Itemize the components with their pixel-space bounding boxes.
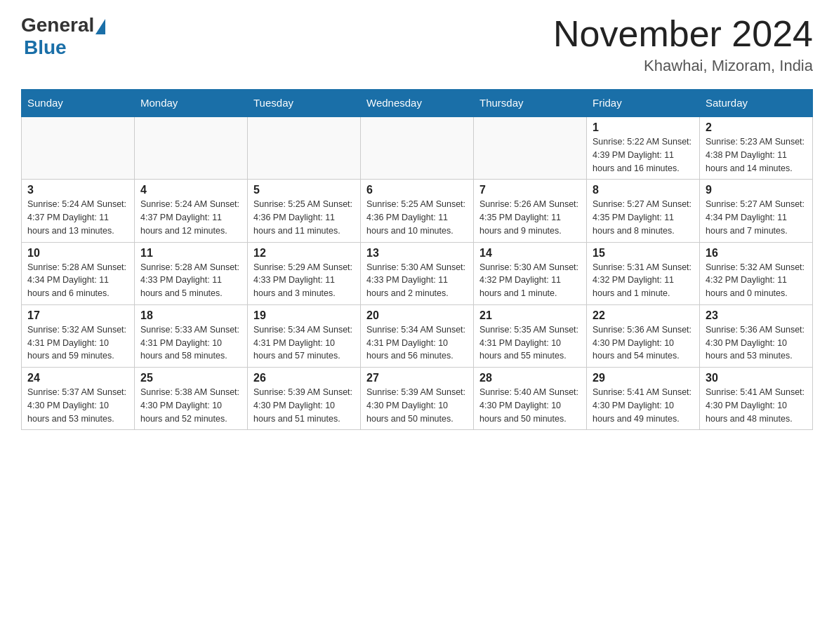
day-number: 11: [140, 247, 241, 260]
calendar-header-friday: Friday: [587, 90, 700, 117]
month-title: November 2024: [553, 14, 813, 54]
calendar-cell: 12Sunrise: 5:29 AM Sunset: 4:33 PM Dayli…: [248, 242, 361, 304]
day-info: Sunrise: 5:31 AM Sunset: 4:32 PM Dayligh…: [593, 261, 694, 300]
calendar-cell: 24Sunrise: 5:37 AM Sunset: 4:30 PM Dayli…: [22, 368, 135, 430]
location-title: Khawhai, Mizoram, India: [553, 57, 813, 75]
calendar-cell: 23Sunrise: 5:36 AM Sunset: 4:30 PM Dayli…: [700, 304, 813, 367]
day-info: Sunrise: 5:33 AM Sunset: 4:31 PM Dayligh…: [140, 323, 241, 363]
logo-general-text: General: [21, 14, 94, 36]
day-number: 20: [366, 309, 468, 322]
day-info: Sunrise: 5:39 AM Sunset: 4:30 PM Dayligh…: [366, 386, 468, 425]
day-number: 10: [27, 247, 128, 260]
calendar-cell: [474, 116, 587, 180]
day-info: Sunrise: 5:34 AM Sunset: 4:31 PM Dayligh…: [366, 323, 468, 363]
calendar-cell: 30Sunrise: 5:41 AM Sunset: 4:30 PM Dayli…: [700, 368, 813, 430]
day-info: Sunrise: 5:26 AM Sunset: 4:35 PM Dayligh…: [479, 198, 581, 237]
day-number: 9: [706, 184, 807, 196]
calendar-cell: 1Sunrise: 5:22 AM Sunset: 4:39 PM Daylig…: [587, 116, 700, 180]
day-info: Sunrise: 5:27 AM Sunset: 4:34 PM Dayligh…: [706, 198, 807, 237]
day-info: Sunrise: 5:28 AM Sunset: 4:34 PM Dayligh…: [27, 261, 128, 300]
day-number: 7: [479, 184, 581, 196]
calendar-header-monday: Monday: [135, 90, 248, 117]
day-number: 30: [706, 372, 807, 384]
calendar-table: SundayMondayTuesdayWednesdayThursdayFrid…: [21, 89, 813, 430]
day-info: Sunrise: 5:34 AM Sunset: 4:31 PM Dayligh…: [253, 323, 355, 363]
logo-blue-text: Blue: [24, 36, 67, 59]
day-info: Sunrise: 5:30 AM Sunset: 4:32 PM Dayligh…: [479, 261, 581, 300]
day-info: Sunrise: 5:36 AM Sunset: 4:30 PM Dayligh…: [706, 323, 807, 363]
day-info: Sunrise: 5:41 AM Sunset: 4:30 PM Dayligh…: [706, 386, 807, 425]
calendar-cell: 16Sunrise: 5:32 AM Sunset: 4:32 PM Dayli…: [700, 242, 813, 304]
day-number: 5: [253, 184, 355, 196]
day-info: Sunrise: 5:32 AM Sunset: 4:32 PM Dayligh…: [706, 261, 807, 300]
calendar-week-row: 10Sunrise: 5:28 AM Sunset: 4:34 PM Dayli…: [22, 242, 813, 304]
calendar-cell: [22, 116, 135, 180]
calendar-cell: 17Sunrise: 5:32 AM Sunset: 4:31 PM Dayli…: [22, 304, 135, 367]
page-header: General Blue November 2024 Khawhai, Mizo…: [21, 14, 813, 75]
day-info: Sunrise: 5:32 AM Sunset: 4:31 PM Dayligh…: [27, 323, 128, 363]
calendar-cell: 15Sunrise: 5:31 AM Sunset: 4:32 PM Dayli…: [587, 242, 700, 304]
calendar-cell: 7Sunrise: 5:26 AM Sunset: 4:35 PM Daylig…: [474, 180, 587, 242]
calendar-cell: 18Sunrise: 5:33 AM Sunset: 4:31 PM Dayli…: [135, 304, 248, 367]
calendar-cell: [135, 116, 248, 180]
day-info: Sunrise: 5:22 AM Sunset: 4:39 PM Dayligh…: [593, 135, 694, 175]
calendar-header-sunday: Sunday: [22, 90, 135, 117]
calendar-header-thursday: Thursday: [474, 90, 587, 117]
calendar-cell: 8Sunrise: 5:27 AM Sunset: 4:35 PM Daylig…: [587, 180, 700, 242]
calendar-cell: [248, 116, 361, 180]
day-info: Sunrise: 5:36 AM Sunset: 4:30 PM Dayligh…: [593, 323, 694, 363]
day-number: 16: [706, 247, 807, 260]
day-number: 3: [27, 184, 128, 196]
day-number: 29: [593, 372, 694, 384]
day-number: 24: [27, 372, 128, 384]
calendar-cell: 11Sunrise: 5:28 AM Sunset: 4:33 PM Dayli…: [135, 242, 248, 304]
day-info: Sunrise: 5:41 AM Sunset: 4:30 PM Dayligh…: [593, 386, 694, 425]
logo-triangle-icon: [95, 19, 105, 34]
logo: General Blue: [21, 14, 105, 59]
day-number: 1: [593, 121, 694, 134]
calendar-cell: 4Sunrise: 5:24 AM Sunset: 4:37 PM Daylig…: [135, 180, 248, 242]
day-number: 2: [706, 121, 807, 134]
calendar-cell: 29Sunrise: 5:41 AM Sunset: 4:30 PM Dayli…: [587, 368, 700, 430]
calendar-cell: 19Sunrise: 5:34 AM Sunset: 4:31 PM Dayli…: [248, 304, 361, 367]
day-number: 12: [253, 247, 355, 260]
calendar-cell: 26Sunrise: 5:39 AM Sunset: 4:30 PM Dayli…: [248, 368, 361, 430]
calendar-cell: 13Sunrise: 5:30 AM Sunset: 4:33 PM Dayli…: [361, 242, 474, 304]
calendar-cell: 22Sunrise: 5:36 AM Sunset: 4:30 PM Dayli…: [587, 304, 700, 367]
calendar-cell: 6Sunrise: 5:25 AM Sunset: 4:36 PM Daylig…: [361, 180, 474, 242]
calendar-cell: 5Sunrise: 5:25 AM Sunset: 4:36 PM Daylig…: [248, 180, 361, 242]
calendar-cell: 21Sunrise: 5:35 AM Sunset: 4:31 PM Dayli…: [474, 304, 587, 367]
day-number: 13: [366, 247, 468, 260]
day-info: Sunrise: 5:37 AM Sunset: 4:30 PM Dayligh…: [27, 386, 128, 425]
day-info: Sunrise: 5:39 AM Sunset: 4:30 PM Dayligh…: [253, 386, 355, 425]
calendar-header-row: SundayMondayTuesdayWednesdayThursdayFrid…: [22, 90, 813, 117]
day-number: 18: [140, 309, 241, 322]
calendar-header-wednesday: Wednesday: [361, 90, 474, 117]
day-number: 26: [253, 372, 355, 384]
day-number: 14: [479, 247, 581, 260]
calendar-cell: 28Sunrise: 5:40 AM Sunset: 4:30 PM Dayli…: [474, 368, 587, 430]
day-number: 17: [27, 309, 128, 322]
day-info: Sunrise: 5:29 AM Sunset: 4:33 PM Dayligh…: [253, 261, 355, 300]
calendar-cell: 10Sunrise: 5:28 AM Sunset: 4:34 PM Dayli…: [22, 242, 135, 304]
calendar-header-tuesday: Tuesday: [248, 90, 361, 117]
day-info: Sunrise: 5:28 AM Sunset: 4:33 PM Dayligh…: [140, 261, 241, 300]
day-number: 25: [140, 372, 241, 384]
day-info: Sunrise: 5:38 AM Sunset: 4:30 PM Dayligh…: [140, 386, 241, 425]
day-number: 23: [706, 309, 807, 322]
day-info: Sunrise: 5:40 AM Sunset: 4:30 PM Dayligh…: [479, 386, 581, 425]
calendar-week-row: 1Sunrise: 5:22 AM Sunset: 4:39 PM Daylig…: [22, 116, 813, 180]
day-info: Sunrise: 5:25 AM Sunset: 4:36 PM Dayligh…: [253, 198, 355, 237]
calendar-cell: 14Sunrise: 5:30 AM Sunset: 4:32 PM Dayli…: [474, 242, 587, 304]
day-number: 15: [593, 247, 694, 260]
calendar-week-row: 24Sunrise: 5:37 AM Sunset: 4:30 PM Dayli…: [22, 368, 813, 430]
day-info: Sunrise: 5:23 AM Sunset: 4:38 PM Dayligh…: [706, 135, 807, 175]
calendar-cell: 9Sunrise: 5:27 AM Sunset: 4:34 PM Daylig…: [700, 180, 813, 242]
day-info: Sunrise: 5:24 AM Sunset: 4:37 PM Dayligh…: [27, 198, 128, 237]
day-info: Sunrise: 5:24 AM Sunset: 4:37 PM Dayligh…: [140, 198, 241, 237]
calendar-cell: 25Sunrise: 5:38 AM Sunset: 4:30 PM Dayli…: [135, 368, 248, 430]
day-number: 27: [366, 372, 468, 384]
calendar-cell: [361, 116, 474, 180]
title-block: November 2024 Khawhai, Mizoram, India: [553, 14, 813, 75]
day-info: Sunrise: 5:35 AM Sunset: 4:31 PM Dayligh…: [479, 323, 581, 363]
